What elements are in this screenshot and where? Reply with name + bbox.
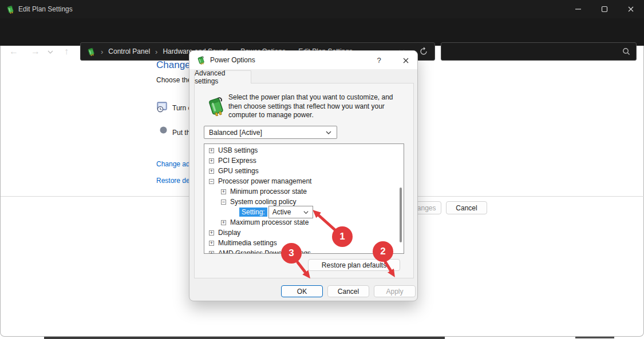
power-options-dialog: Power Options ? Advanced settings Select… (189, 50, 418, 301)
tree-row: + GPU settings (204, 166, 404, 176)
dialog-cancel-button[interactable]: Cancel (327, 285, 369, 297)
tree-item-gpu-settings[interactable]: GPU settings (218, 167, 259, 175)
tree-row: + PCI Express (204, 155, 404, 166)
change-advanced-settings-link[interactable]: Change ad (156, 160, 190, 168)
page-subtitle: Choose the (156, 76, 191, 84)
ok-button[interactable]: OK (281, 285, 323, 297)
tree-item-display[interactable]: Display (218, 229, 240, 237)
chevron-down-icon (325, 129, 332, 136)
power-plan-dropdown[interactable]: Balanced [Active] (204, 126, 337, 139)
apply-button[interactable]: Apply (374, 285, 416, 297)
tree-item-minimum-processor-state[interactable]: Minimum processor state (230, 188, 307, 196)
power-plan-app-icon (6, 5, 15, 14)
dialog-titlebar: Power Options ? (189, 51, 417, 69)
advanced-settings-tree: + USB settings + PCI Express + GPU setti… (204, 143, 404, 254)
power-plan-breadcrumb-icon (86, 47, 96, 56)
up-button[interactable]: ↑ (60, 46, 73, 57)
forward-button[interactable]: → (29, 46, 42, 57)
tree-row: + Display (204, 228, 404, 238)
tree-item-usb-settings[interactable]: USB settings (218, 146, 258, 154)
taskbar-edge-strip (575, 337, 614, 338)
tree-row: − Processor power management (204, 176, 404, 186)
navigation-bar: ← → ↑ › Control Panel › Hardware and Sou… (0, 18, 644, 46)
tab-advanced-settings[interactable]: Advanced settings (194, 70, 251, 83)
tree-item-system-cooling-policy[interactable]: System cooling policy (230, 198, 296, 206)
minimize-icon (575, 6, 582, 13)
tree-item-maximum-processor-state[interactable]: Maximum processor state (230, 218, 309, 226)
display-clock-icon (156, 101, 168, 113)
refresh-icon[interactable] (418, 46, 429, 57)
screenshot-root: Edit Plan Settings ← → ↑ › Control Panel… (0, 0, 644, 339)
step-badge-3: 3 (281, 243, 302, 264)
taskbar-edge-strip (44, 337, 445, 339)
tree-row: + Maximum processor state (204, 217, 404, 228)
tree-row: + Minimum processor state (204, 186, 404, 197)
close-icon (402, 57, 409, 64)
page-title: Change (156, 59, 191, 71)
maximize-icon (601, 6, 608, 13)
setting-label: Setting: (239, 208, 267, 217)
expand-toggle-icon[interactable]: + (221, 189, 226, 194)
close-icon (627, 6, 634, 13)
search-input[interactable] (441, 42, 637, 61)
cooling-policy-dropdown-value: Active (272, 208, 291, 216)
chevron-down-icon (303, 209, 309, 216)
power-options-dialog-icon (196, 55, 206, 65)
minimize-button[interactable] (565, 0, 591, 18)
tree-row: + USB settings (204, 145, 404, 155)
close-button[interactable] (618, 0, 644, 18)
help-button[interactable]: ? (373, 55, 385, 66)
window-title: Edit Plan Settings (18, 5, 73, 13)
power-plan-dropdown-value: Balanced [Active] (209, 129, 262, 137)
expand-toggle-icon[interactable]: + (209, 251, 214, 254)
expand-toggle-icon[interactable]: + (209, 241, 214, 246)
step-badge-2: 2 (373, 241, 393, 262)
breadcrumb-separator-icon: › (155, 47, 157, 56)
page-cancel-button[interactable]: Cancel (446, 201, 487, 214)
back-button[interactable]: ← (7, 46, 21, 57)
expand-toggle-icon[interactable]: + (209, 169, 214, 174)
expand-toggle-icon[interactable]: + (209, 148, 214, 153)
dialog-close-button[interactable] (399, 55, 413, 66)
breadcrumb-item-control-panel[interactable]: Control Panel (108, 47, 150, 55)
dialog-description: Select the power plan that you want to c… (228, 93, 407, 120)
breadcrumb-separator-icon: › (101, 47, 103, 56)
expand-toggle-icon[interactable]: + (221, 220, 226, 225)
expand-toggle-icon[interactable]: + (209, 230, 214, 236)
tree-scrollbar[interactable] (400, 188, 402, 242)
dialog-title: Power Options (210, 56, 255, 64)
tree-row-setting: Setting: Active (204, 206, 404, 218)
put-computer-to-sleep-label: Put th (172, 129, 190, 137)
tree-item-multimedia-settings[interactable]: Multimedia settings (218, 239, 277, 247)
search-icon (622, 47, 631, 56)
collapse-toggle-icon[interactable]: − (221, 200, 226, 205)
maximize-button[interactable] (591, 0, 618, 18)
window-titlebar: Edit Plan Settings (0, 0, 644, 18)
moon-icon (156, 126, 168, 137)
cooling-policy-dropdown[interactable]: Active (268, 206, 313, 218)
collapse-toggle-icon[interactable]: − (209, 179, 214, 184)
restore-defaults-link[interactable]: Restore def (156, 177, 192, 185)
recent-pages-chevron-icon[interactable] (47, 49, 54, 55)
expand-toggle-icon[interactable]: + (209, 158, 214, 163)
step-badge-1: 1 (332, 226, 353, 247)
tree-item-processor-power-management[interactable]: Processor power management (218, 177, 311, 185)
tree-item-pci-express[interactable]: PCI Express (218, 157, 256, 165)
power-plan-battery-icon (206, 93, 226, 118)
